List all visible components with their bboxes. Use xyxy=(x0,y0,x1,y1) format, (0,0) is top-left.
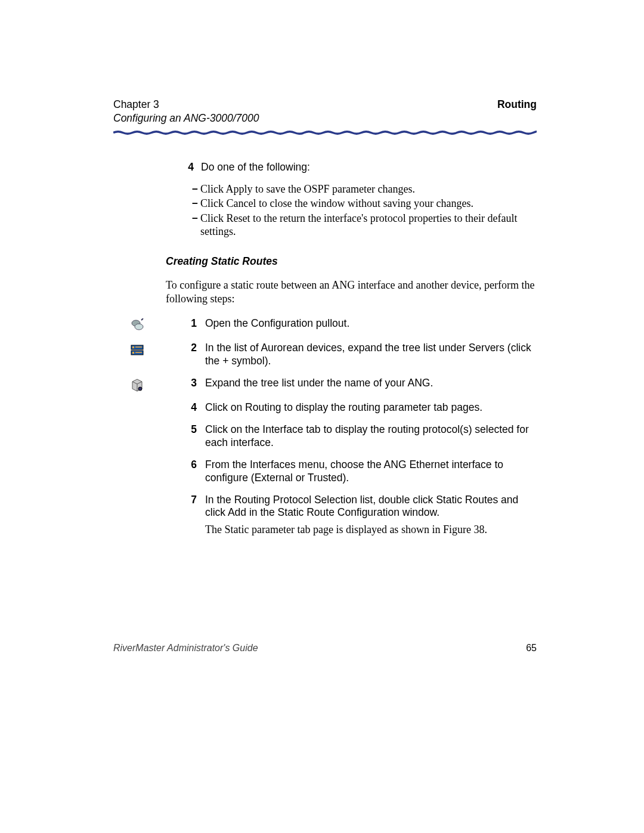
step-lead-text: Do one of the following: xyxy=(201,161,537,174)
step-4-block: 4 Do one of the following: – Click Apply… xyxy=(179,161,537,239)
header-left: Chapter 3 Configuring an ANG-3000/7000 xyxy=(113,98,259,125)
step-num: 5 xyxy=(167,423,197,436)
section-heading: Creating Static Routes xyxy=(166,255,537,268)
settings-icon xyxy=(113,317,167,333)
step-row: 2 In the list of Aurorean devices, expan… xyxy=(113,342,537,368)
step-text: Expand the tree list under the name of y… xyxy=(205,377,537,390)
servers-icon xyxy=(113,342,167,357)
step-text: Click on Routing to display the routing … xyxy=(205,401,537,414)
bullet-text: Click Reset to the return the interface'… xyxy=(200,212,537,239)
bullet-dash: – xyxy=(192,212,200,225)
step-num: 6 xyxy=(167,459,197,472)
step-text: In the Routing Protocol Selection list, … xyxy=(205,494,537,537)
section-intro: To configure a static route between an A… xyxy=(166,278,537,305)
step-num: 4 xyxy=(167,401,197,414)
bullet-dash: – xyxy=(192,197,200,210)
step-row: 5 Click on the Interface tab to display … xyxy=(113,423,537,450)
step-row: 1 Open the Configuration pullout. xyxy=(113,317,537,333)
step-num: 1 xyxy=(167,317,197,330)
svg-point-1 xyxy=(135,324,143,330)
footer-guide: RiverMaster Administrator's Guide xyxy=(113,642,258,654)
step-num: 7 xyxy=(167,494,197,507)
step-num: 3 xyxy=(167,377,197,390)
divider-wave-icon xyxy=(113,131,537,135)
svg-rect-5 xyxy=(132,346,134,348)
step-text: From the Interfaces menu, choose the ANG… xyxy=(205,459,537,485)
content-column: 4 Do one of the following: – Click Apply… xyxy=(179,161,537,239)
footer-page-number: 65 xyxy=(526,642,537,654)
step-num: 2 xyxy=(167,342,197,355)
step-row: 6 From the Interfaces menu, choose the A… xyxy=(113,459,537,485)
bullet-dash: – xyxy=(192,182,200,196)
device-icon xyxy=(113,377,167,392)
page-header: Chapter 3 Configuring an ANG-3000/7000 R… xyxy=(113,98,537,125)
section-name: Routing xyxy=(497,98,537,112)
step-text: Click on the Interface tab to display th… xyxy=(205,423,537,450)
svg-rect-6 xyxy=(132,352,134,354)
svg-point-9 xyxy=(138,387,142,391)
page-footer: RiverMaster Administrator's Guide 65 xyxy=(113,642,537,654)
step-text: In the list of Aurorean devices, expand … xyxy=(205,342,537,368)
numbered-steps: 1 Open the Configuration pullout. 2 In t… xyxy=(113,317,537,536)
step-row: 4 Click on Routing to display the routin… xyxy=(113,401,537,414)
chapter-subtitle: Configuring an ANG-3000/7000 xyxy=(113,112,259,125)
page: Chapter 3 Configuring an ANG-3000/7000 R… xyxy=(0,0,644,833)
step-row: 3 Expand the tree list under the name of… xyxy=(113,377,537,392)
svg-line-2 xyxy=(141,318,143,320)
step4-bullets: – Click Apply to save the OSPF parameter… xyxy=(179,182,537,239)
step7-follow: The Static parameter tab page is display… xyxy=(205,523,537,537)
step-row: 7 In the Routing Protocol Selection list… xyxy=(113,494,537,537)
step7-main: In the Routing Protocol Selection list, … xyxy=(205,494,518,519)
bullet-text: Click Cancel to close the window without… xyxy=(200,197,537,210)
step-num: 4 xyxy=(179,161,194,174)
bullet-text: Click Apply to save the OSPF parameter c… xyxy=(200,182,537,196)
step-text: Open the Configuration pullout. xyxy=(205,317,537,330)
chapter-label: Chapter 3 xyxy=(113,98,259,112)
